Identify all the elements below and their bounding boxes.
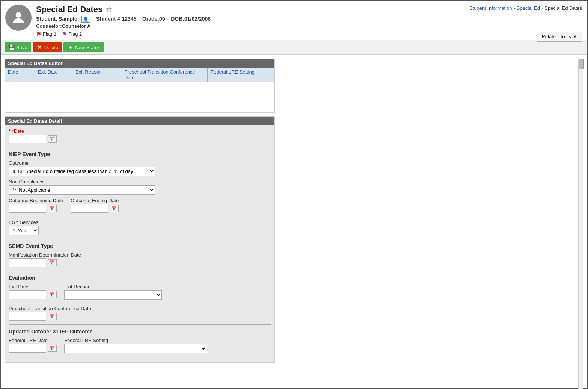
student-name: Student, Sample [36,16,77,22]
non-compliance-label: Non Compliance [9,179,271,185]
date-field-label: *Date [9,128,271,134]
save-button[interactable]: 💾 Save [5,42,31,52]
outcome-ending-date-input[interactable] [71,204,108,213]
date-input-row: 08/02/2024 📅 [9,135,271,143]
exit-row: Exit Date 📅 Exit Reason [9,284,271,303]
breadcrumb: Student Information › Special Ed › Speci… [469,5,582,11]
svg-point-0 [16,12,21,18]
counselor-line: Counselor:Counselor A [36,23,583,29]
flag2-icon: ⚑ [62,30,67,38]
breadcrumb-sep2: › [541,5,543,11]
flag2: ⚑ Flag 2 [62,30,82,38]
flags-line: ⚑ Flag 1 ⚑ Flag 2 [36,30,583,38]
favorite-star-icon[interactable]: ☆ [106,5,112,14]
outcome-beginning-date-row: 📅 [9,204,63,213]
exit-date-input[interactable] [9,290,46,299]
editor-table-header: Date Exit Date Exit Reason Preschool Tra… [5,68,274,82]
exit-date-group: Exit Date 📅 [9,284,57,303]
evaluation-section-title: Evaluation [9,275,271,281]
new-status-button[interactable]: + New Status [63,42,104,52]
editor-table-body [5,82,274,112]
col-exit-date[interactable]: Exit Date [35,68,72,82]
breadcrumb-special-ed[interactable]: Special Ed [517,5,540,11]
delete-icon: ✕ [36,44,42,50]
breadcrumb-sep1: › [513,5,515,11]
col-federal-lre[interactable]: Federal LRE Setting [208,68,274,82]
date-row: Outcome Beginning Date 📅 Outcome Ending … [9,198,271,216]
outcome-beginning-date-group: Outcome Beginning Date 📅 [9,198,63,216]
updated-oct-section-title: Updated October 31 IEP Outcome [9,329,271,335]
federal-lre-date-input[interactable] [9,344,46,353]
right-panel [279,59,583,363]
col-date[interactable]: Date [5,68,35,82]
col-preschool-transition[interactable]: Preschool Transition Conference Date [121,68,208,82]
preschool-cal-button[interactable]: 📅 [48,313,57,320]
date-calendar-button[interactable]: 📅 [48,135,57,143]
student-avatar [5,5,32,31]
federal-lre-date-label: Federal LRE Date [9,338,57,343]
date-input[interactable]: 08/02/2024 [9,135,46,143]
save-icon: 💾 [8,44,14,50]
preschool-transition-date-input[interactable] [9,312,46,321]
federal-lre-setting-label: Federal LRE Setting [64,338,207,343]
outcome-beginning-cal-button[interactable]: 📅 [48,205,57,212]
manifestation-label: Manifestation Determination Date [9,252,271,258]
editor-section: Special Ed Dates Editor Date Exit Date E… [5,59,275,113]
add-icon: + [67,44,73,50]
exit-reason-label: Exit Reason [64,284,162,290]
semd-section-title: SEMD Event Type [9,243,271,249]
federal-lre-setting-select[interactable] [64,344,207,353]
exit-date-row: 📅 [9,290,57,299]
preschool-date-row: 📅 [9,312,271,321]
detail-header: Special Ed Dates Detail [5,117,274,125]
delete-button[interactable]: ✕ Delete [33,42,62,52]
outcome-ending-date-label: Outcome Ending Date [71,198,119,203]
outcome-ending-date-group: Outcome Ending Date 📅 [71,198,119,216]
related-tools-button[interactable]: Related Tools ∧ [537,32,582,42]
federal-lre-row: Federal LRE Date 📅 Federal LRE Setting [9,338,271,356]
preschool-transition-label: Preschool Transition Conference Date [9,306,271,311]
left-panel: Special Ed Dates Editor Date Exit Date E… [5,59,275,363]
breadcrumb-student-info[interactable]: Student Information [469,5,512,11]
editor-header: Special Ed Dates Editor [5,59,274,68]
manifestation-date-input[interactable] [9,258,46,267]
manifestation-cal-button[interactable]: 📅 [48,259,57,266]
exit-date-cal-button[interactable]: 📅 [48,291,57,298]
exit-reason-select[interactable] [64,290,162,300]
outcome-label: Outcome [9,160,271,166]
flag1: ⚑ Flag 1 [36,30,56,38]
federal-lre-cal-button[interactable]: 📅 [48,345,57,352]
chevron-up-icon: ∧ [573,34,577,39]
outcome-ending-date-row: 📅 [71,204,119,213]
scrollbar[interactable] [578,59,583,389]
federal-lre-date-row: 📅 [9,344,57,353]
toolbar: 💾 Save ✕ Delete + New Status [1,40,587,55]
student-id-icon: 👤 [81,16,90,23]
detail-section: Special Ed Dates Detail *Date 08/02/2024… [5,116,275,363]
col-exit-reason[interactable]: Exit Reason [72,68,121,82]
niep-section-title: NIEP Event Type [9,151,271,157]
outcome-beginning-date-input[interactable] [9,204,46,213]
flag1-icon: ⚑ [36,30,41,38]
exit-reason-group: Exit Reason [64,284,162,300]
outcome-ending-cal-button[interactable]: 📅 [110,205,119,212]
esy-services-label: ESY Services [9,219,271,225]
federal-lre-setting-group: Federal LRE Setting [64,338,207,353]
esy-services-select[interactable]: Y: Yes [9,226,39,235]
manifestation-date-row: 📅 [9,258,271,267]
federal-lre-date-group: Federal LRE Date 📅 [9,338,57,356]
non-compliance-select[interactable]: **: Not Applicable [9,185,155,195]
breadcrumb-current: Special Ed Dates [544,5,582,11]
exit-date-label: Exit Date [9,284,57,290]
scrollbar-thumb[interactable] [579,59,584,69]
outcome-beginning-date-label: Outcome Beginning Date [9,198,63,203]
outcome-select[interactable]: IE13: Special Ed outside reg class less … [9,167,155,176]
student-name-line: Student, Sample 👤 Student #:12345 Grade:… [36,16,583,23]
